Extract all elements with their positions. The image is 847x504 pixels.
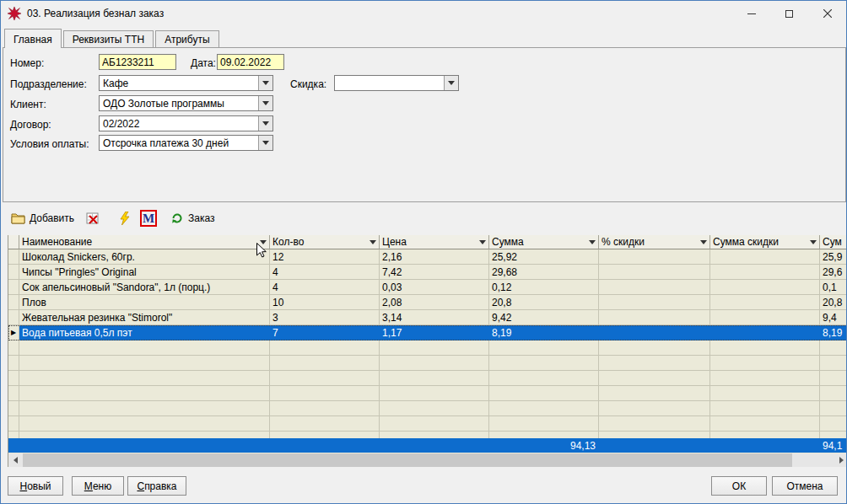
column-header[interactable]: Кол-во — [270, 235, 380, 249]
empty-row[interactable] — [8, 371, 847, 386]
department-select[interactable]: Кафе — [99, 75, 273, 91]
column-header[interactable]: Наименование — [19, 235, 270, 249]
cancel-button[interactable]: Отмена — [772, 476, 838, 496]
window: 03. Реализация безнал заказ Главная Рекв… — [0, 0, 847, 504]
form-page: Номер: Дата: Подразделение: Кафе Скидка:… — [3, 47, 846, 202]
delete-row-button[interactable] — [83, 211, 103, 227]
close-button[interactable] — [808, 1, 846, 26]
app-star-icon — [8, 7, 21, 20]
discount-label: Скидка: — [290, 78, 326, 90]
cell — [19, 386, 270, 401]
filter-dropdown-icon[interactable] — [370, 240, 376, 244]
scroll-right-button[interactable] — [834, 453, 847, 467]
row-indicator-cell — [8, 249, 19, 265]
cell: 8,19 — [820, 325, 847, 340]
cell — [380, 416, 489, 432]
tab-atributy[interactable]: Атрибуты — [155, 30, 218, 47]
cell — [489, 401, 599, 416]
filter-dropdown-icon[interactable] — [589, 240, 596, 244]
dropdown-arrow-icon[interactable] — [444, 76, 458, 90]
date-input[interactable] — [217, 54, 284, 70]
cell — [599, 295, 710, 310]
dropdown-arrow-icon[interactable] — [258, 76, 272, 90]
cell — [270, 371, 380, 386]
maximize-button[interactable] — [770, 1, 808, 26]
empty-row[interactable] — [8, 401, 847, 416]
column-header[interactable]: Сумма скидки — [710, 235, 820, 249]
table-row[interactable]: Плов102,0820,820,8 — [8, 295, 847, 310]
horizontal-scrollbar[interactable] — [8, 453, 847, 467]
tab-glavnaya[interactable]: Главная — [4, 29, 62, 48]
filter-dropdown-icon[interactable] — [479, 240, 486, 244]
total-sum-last: 94,1 — [820, 440, 847, 452]
dropdown-arrow-icon[interactable] — [258, 136, 272, 150]
minimize-button[interactable] — [732, 1, 770, 26]
add-button[interactable]: Добавить — [8, 211, 78, 226]
filter-dropdown-icon[interactable] — [810, 240, 817, 244]
dropdown-arrow-icon[interactable] — [258, 116, 272, 131]
cell: 7,42 — [380, 265, 489, 280]
discount-select[interactable] — [334, 75, 459, 91]
delete-icon — [86, 212, 100, 225]
table-row[interactable]: ▶Вода питьевая 0,5л пэт71,178,198,19 — [8, 325, 847, 340]
cell: 8,19 — [489, 325, 599, 340]
row-indicator-cell — [8, 401, 19, 416]
cell — [380, 356, 489, 371]
cell — [710, 416, 820, 432]
m-button[interactable]: M — [137, 208, 160, 228]
client-select[interactable]: ОДО Золотые программы — [99, 95, 273, 111]
help-button[interactable]: Справка — [127, 476, 186, 496]
menu-button[interactable]: Меню — [72, 476, 124, 496]
title-bar[interactable]: 03. Реализация безнал заказ — [1, 1, 846, 26]
column-header[interactable]: % скидки — [599, 235, 710, 249]
payment-terms-select[interactable]: Отсрочка платежа 30 дней — [99, 135, 273, 151]
cell — [820, 340, 847, 356]
cell — [599, 265, 710, 280]
cell — [380, 371, 489, 386]
column-header[interactable]: Сум — [820, 235, 847, 249]
row-indicator-cell — [8, 340, 19, 356]
empty-row[interactable] — [8, 416, 847, 432]
cell — [820, 386, 847, 401]
new-button[interactable]: Новый — [8, 476, 63, 496]
cell — [710, 265, 820, 280]
table-row[interactable]: Жевательная резинка "Stimorol"33,149,429… — [8, 310, 847, 325]
window-title: 03. Реализация безнал заказ — [27, 8, 164, 19]
contract-select[interactable]: 02/2022 — [99, 115, 273, 131]
table-row[interactable]: Чипсы "Pringles" Original47,4229,6829,6 — [8, 265, 847, 280]
cell — [489, 371, 599, 386]
scrollbar-thumb[interactable] — [23, 453, 792, 467]
column-header[interactable]: Цена — [380, 235, 489, 249]
table-row[interactable]: Шоколад Snickers, 60гр.122,1625,9225,9 — [8, 249, 847, 265]
cell: 9,4 — [820, 310, 847, 325]
indicator-column-header — [8, 235, 19, 249]
cell — [270, 340, 380, 356]
table-body[interactable]: Шоколад Snickers, 60гр.122,1625,9225,9Чи… — [8, 249, 847, 438]
payment-terms-label: Условия оплаты: — [10, 138, 89, 150]
order-button[interactable]: Заказ — [167, 210, 218, 227]
table-row[interactable]: Сок апельсиновый "Sandora", 1л (порц.)40… — [8, 280, 847, 295]
scroll-left-button[interactable] — [8, 453, 23, 467]
cell — [489, 416, 599, 432]
contract-label: Договор: — [10, 119, 51, 131]
summary-row: 94,13 94,1 — [8, 438, 847, 453]
number-input[interactable] — [99, 54, 176, 70]
tab-rekvizity-ttn[interactable]: Реквизиты ТТН — [63, 30, 154, 47]
column-header[interactable]: Сумма — [489, 235, 599, 249]
empty-row[interactable] — [8, 432, 847, 438]
cell — [599, 340, 710, 356]
lightning-button[interactable] — [116, 210, 133, 228]
filter-dropdown-icon[interactable] — [700, 240, 707, 244]
total-sum: 94,13 — [489, 440, 599, 452]
cell: 3 — [270, 310, 380, 325]
filter-dropdown-icon[interactable] — [260, 240, 267, 244]
table-header: НаименованиеКол-воЦенаСумма% скидкиСумма… — [8, 235, 847, 249]
empty-row[interactable] — [8, 340, 847, 356]
ok-button[interactable]: ОК — [711, 476, 767, 496]
cell — [710, 310, 820, 325]
cell — [599, 249, 710, 265]
empty-row[interactable] — [8, 386, 847, 401]
empty-row[interactable] — [8, 356, 847, 371]
dropdown-arrow-icon[interactable] — [258, 96, 272, 110]
cell: 2,08 — [380, 295, 489, 310]
